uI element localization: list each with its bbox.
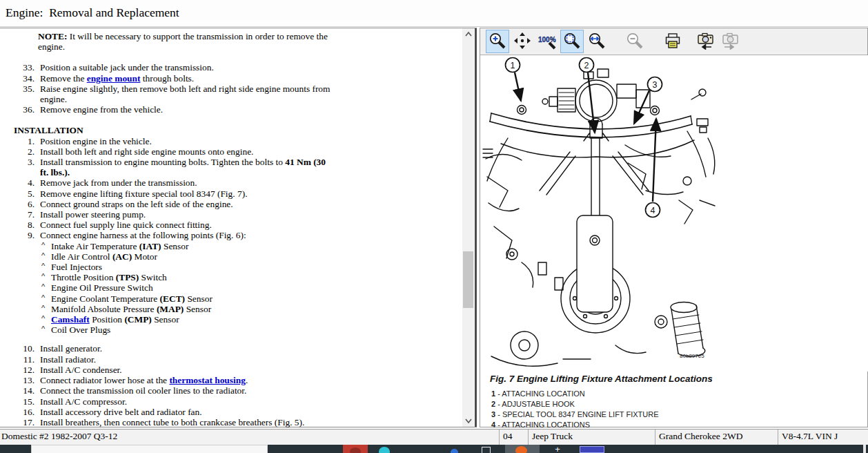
bullet-marker: ^ (41, 261, 51, 271)
text-segment: Sensor (161, 241, 189, 251)
harness-point-text: Engine Oil Pressure Switch (51, 282, 335, 293)
step-item: 6.Connect ground straps on the left side… (14, 199, 359, 209)
step-text: Connect engine harness at the following … (40, 230, 335, 343)
text-segment: Install accessory drive belt and radiato… (40, 407, 202, 417)
harness-point-text: Intake Air Temperature (IAT) Sensor (51, 241, 335, 251)
svg-text:100%: 100% (538, 36, 556, 44)
step-text: Remove engine lifting fixture special to… (40, 189, 335, 199)
zoom-fit-button[interactable] (560, 30, 584, 53)
callout-2-label: 2 (584, 61, 589, 70)
bullet-marker: ^ (41, 324, 51, 334)
step-text: Install power steering pump. (40, 209, 335, 220)
text-segment: Switch (139, 272, 167, 282)
scroll-up-button[interactable] (462, 28, 474, 40)
harness-point-text: Fuel Injectors (51, 262, 335, 272)
text-segment: Position (90, 314, 125, 325)
harness-point-item: ^Throttle Position (TPS) Switch (41, 272, 335, 282)
pan-button[interactable] (511, 30, 534, 53)
note-label: NOTE: (38, 31, 67, 41)
next-image-icon (721, 32, 740, 52)
step-text: Install breathers, then connect tube to … (40, 417, 335, 427)
scroll-down-button[interactable] (462, 414, 474, 426)
scrollbar-thumb[interactable] (463, 251, 473, 308)
taskbar-app-blue[interactable] (449, 445, 460, 453)
status-segment: V8-4.7L VIN J (778, 430, 868, 445)
print-button[interactable] (661, 30, 684, 53)
zoom-out-button[interactable] (623, 30, 647, 53)
harness-point-text: Coil Over Plugs (51, 325, 335, 335)
step-number: 15. (14, 396, 34, 407)
taskbar-app-purple[interactable] (580, 445, 606, 453)
text-segment: (IAT) (139, 241, 161, 251)
status-bar: Domestic #2 1982-2007 Q3-1204Jeep TruckG… (0, 429, 868, 445)
text-segment: Install breathers, then connect tube to … (40, 417, 304, 427)
inline-link[interactable]: engine mount (87, 73, 141, 84)
text-segment: Install transmission to engine mounting … (40, 157, 285, 167)
engine-lifting-fixture-figure: 1 2 3 4 80b897e5 (480, 55, 868, 372)
harness-point-item: ^Engine Oil Pressure Switch (41, 282, 335, 293)
taskbar-app-red-icon (350, 447, 361, 453)
callout-4-arrow (653, 119, 656, 202)
harness-point-text: Engine Coolant Temperature (ECT) Sensor (51, 293, 335, 304)
step-number: 16. (14, 407, 34, 417)
bullet-marker: ^ (41, 271, 51, 282)
step-text: Raise engine slightly, then remove both … (40, 84, 335, 104)
step-number: 13. (14, 375, 34, 385)
taskbar-edge-sliver[interactable] (863, 445, 866, 453)
step-number: 3. (14, 157, 34, 177)
text-segment: . (246, 375, 248, 385)
step-item: 3.Install transmission to engine mountin… (14, 157, 359, 177)
step-item: 4.Remove jack from under the transmissio… (14, 177, 359, 188)
zoom-100-button[interactable]: 100% (535, 30, 559, 53)
step-number: 35. (14, 84, 34, 104)
prev-image-button[interactable] (694, 30, 718, 53)
inline-link[interactable]: Camshaft (51, 314, 90, 325)
taskbar-app-active-orange-icon (515, 446, 527, 453)
step-item: 5.Remove engine lifting fixture special … (14, 189, 359, 199)
step-item: 34.Remove the engine mount through bolts… (14, 73, 359, 84)
text-segment: Remove engine lifting fixture special to… (40, 189, 248, 199)
step-text: Install radiator. (40, 354, 335, 365)
section-heading: INSTALLATION (14, 125, 359, 135)
bullet-marker: ^ (41, 314, 51, 324)
text-segment: Install A/C compressor. (40, 396, 127, 407)
legend-item-number: 2 (491, 400, 495, 408)
harness-point-list: ^Intake Air Temperature (IAT) Sensor^Idl… (40, 241, 335, 336)
taskbar-app-window-outline[interactable] (481, 445, 492, 453)
step-text: Install both left and right side engine … (40, 146, 335, 157)
step-number: 10. (14, 343, 34, 354)
next-image-button[interactable] (719, 30, 742, 53)
legend-item-number: 4 (491, 421, 495, 429)
text-segment: (ECT) (160, 293, 185, 304)
title-bar: Engine: Removal and Replacement (0, 0, 868, 26)
step-number: 11. (14, 354, 34, 365)
taskbar-app-plus[interactable]: + (553, 445, 562, 453)
harness-point-item: ^Idle Air Control (AC) Motor (41, 251, 335, 262)
figure-legend: 1 - ATTACHING LOCATION2 - ADJUSTABLE HOO… (491, 389, 659, 430)
step-item: 13.Connect radiator lower hose at the th… (14, 375, 359, 385)
panel-divider[interactable] (475, 28, 477, 427)
bullet-marker: ^ (41, 293, 51, 303)
taskbar-search-box[interactable] (31, 445, 268, 453)
inline-link[interactable]: thermostat housing (169, 375, 245, 385)
text-segment: (MAP) (157, 304, 184, 314)
legend-item: 1 - ATTACHING LOCATION (491, 389, 659, 399)
taskbar-app-active-orange[interactable] (505, 445, 540, 453)
step-text: Connect fuel supply line quick connect f… (40, 220, 335, 230)
taskbar-app-window-outline-icon (482, 447, 491, 453)
windows-taskbar[interactable]: + (0, 445, 868, 453)
taskbar-app-red[interactable] (343, 445, 368, 453)
step-text: Connect ground straps on the left side o… (40, 199, 335, 209)
text-segment: Intake Air Temperature (51, 241, 139, 251)
zoom-in-icon (489, 32, 506, 52)
zoom-width-button[interactable] (585, 30, 609, 53)
text-segment: Position a suitable jack under the trans… (40, 62, 214, 73)
spacer (14, 115, 359, 125)
figure-part-code: 80b897e5 (680, 353, 704, 359)
taskbar-app-cyan[interactable] (378, 445, 392, 453)
step-number: 34. (14, 73, 34, 84)
vertical-scrollbar[interactable] (462, 28, 474, 427)
zoom-in-button[interactable] (486, 30, 509, 53)
step-number: 8. (14, 220, 34, 230)
step-text: Remove the engine mount through bolts. (40, 73, 335, 84)
